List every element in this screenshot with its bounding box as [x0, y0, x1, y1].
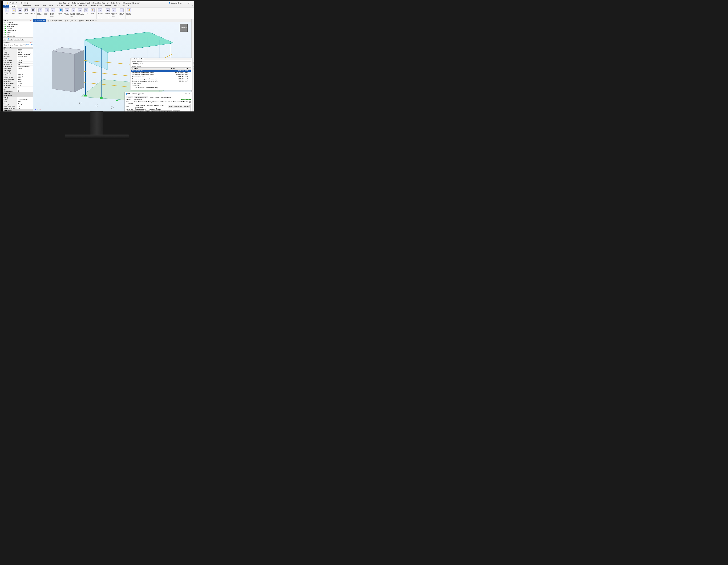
panel-dock-icon[interactable]: ▫ [29, 20, 29, 21]
save-to--button[interactable]: Save To... [151, 110, 160, 111]
panel-dock-icon[interactable]: ▫ [29, 42, 29, 43]
prop-row[interactable]: Debug [3, 97, 33, 99]
status-item[interactable]: ⊞✔Drift Checks [4, 35, 32, 37]
prop-category[interactable]: Releases [3, 109, 33, 111]
refresh-button[interactable]: Refresh [126, 96, 133, 98]
prop-row[interactable]: Simple column☐ [3, 90, 33, 92]
view-cube[interactable]: LEFT FRONT [180, 24, 188, 32]
prop-row[interactable]: Assume extra floors su...0 [3, 86, 33, 90]
minimize-icon[interactable]: − [184, 2, 187, 4]
close-icon[interactable]: ✕ [187, 93, 191, 95]
close-icon[interactable]: ✕ [191, 2, 194, 4]
prop-row[interactable]: Gravity only☐ [3, 72, 33, 74]
tool-icon[interactable]: Ho.. [10, 38, 13, 40]
table-row[interactable]: Torsion constant46348.19mm⁴ [131, 70, 191, 72]
prop-row[interactable]: SectionUC 152x152x23 [3, 99, 33, 101]
status-item[interactable]: ⊞✔Model Geometry [4, 24, 32, 26]
ribbon-help-icon[interactable]: ⓘ [190, 5, 194, 8]
panel-pin-icon[interactable]: 📌 [29, 42, 31, 43]
ribbon-tab[interactable]: HOME [9, 5, 17, 8]
ribbon-button[interactable]: 📂Open [11, 8, 17, 17]
ribbon-tab[interactable]: MODEL [33, 5, 41, 8]
tool-icon[interactable]: 🌐 [7, 38, 10, 40]
scene-content-tab[interactable]: ⊕ Scene Content [193, 60, 194, 70]
ribbon-button[interactable]: 🔑License Manager [126, 8, 132, 17]
new-force--button[interactable]: New (force) [173, 105, 183, 107]
tool-icon[interactable]: ⬚ [3, 38, 6, 40]
maximize-icon[interactable]: ☐ [184, 93, 187, 95]
ribbon-button[interactable]: ⚙Run macros [37, 8, 43, 17]
qat-button[interactable]: 📁 [6, 2, 9, 4]
ribbon-tab[interactable]: FILE [3, 5, 9, 8]
ribbon-button[interactable]: ⚙Model Settings [64, 8, 70, 17]
member-input[interactable] [138, 63, 148, 65]
panel-close-icon[interactable]: ✕ [31, 42, 32, 43]
prop-row[interactable]: GradeS355 [3, 101, 33, 103]
status-item[interactable]: ⊞✔Meshing [4, 28, 32, 29]
ribbon-button[interactable]: ⟳Check for Updates [119, 8, 125, 17]
table-row[interactable]: Minor axis second moment of area3995186.… [131, 74, 191, 76]
ribbon-tab[interactable]: WINDOWS [120, 5, 131, 8]
ribbon-tab[interactable]: DRAW [113, 5, 120, 8]
status-item[interactable]: ⊞✔Solver [4, 31, 32, 33]
panel-pin-icon[interactable]: 📌 [29, 20, 31, 21]
prop-row[interactable]: NameSC E/1 [3, 49, 33, 51]
ribbon-tab[interactable]: REPORT [103, 5, 112, 8]
ribbon-button[interactable]: 🚶Walk [90, 8, 96, 17]
ribbon-button[interactable]: 🔍Find [83, 8, 89, 17]
right-tab-strip[interactable]: ⊕ Scene Content ⊕ Trimble Connect [191, 19, 194, 111]
ribbon-button[interactable]: ✖Close [17, 8, 23, 17]
view-tab[interactable]: ◫Structure 3D [33, 19, 46, 22]
ribbon-tab[interactable]: BIM INTEGRATION [17, 5, 33, 8]
ribbon-button[interactable]: ⬡Embodied Carbon Factors [111, 8, 117, 17]
table-row[interactable]: Major axis second moment of area12490030… [131, 72, 191, 74]
ribbon-tab[interactable]: LOAD [48, 5, 55, 8]
table-row[interactable]: Shear area loaded parallel to minor axis… [131, 80, 191, 82]
ribbon-button[interactable]: ⇲Export Units [44, 8, 50, 17]
qat-button[interactable]: ↷ [18, 2, 20, 4]
prop-row[interactable]: Autodesign☐ [3, 70, 33, 72]
prop-row[interactable]: Plane [3, 57, 33, 59]
panel-close-icon[interactable]: ✕ [31, 20, 32, 21]
properties-selector[interactable]: Steel Columns Rolled: 1 ite... [3, 44, 25, 46]
view-tab[interactable]: ◫St. Base (Base) 2D [46, 19, 63, 22]
create-button[interactable]: Create [183, 105, 190, 107]
prop-row[interactable]: Base levelSt. Base (Base) [3, 55, 33, 57]
prop-category[interactable]: General [3, 47, 33, 49]
prop-row[interactable]: Rotation0.0000° [3, 74, 33, 76]
prop-row[interactable]: Top levelSt. 3.1 (Pent House) [3, 53, 33, 55]
title-field[interactable] [134, 101, 191, 103]
prop-category[interactable]: Debug [3, 92, 33, 94]
prop-row[interactable]: Face C cont. rest.No [3, 107, 33, 109]
ribbon-button[interactable]: 📘Project Wiki [58, 8, 64, 17]
save-button[interactable]: Save [145, 110, 150, 111]
ribbon-button[interactable]: ▥Manage View Configurations [77, 8, 83, 17]
qat-button[interactable]: ↶ [15, 2, 17, 4]
ribbon-button[interactable]: 📄New [4, 8, 10, 17]
prop-row[interactable]: Element typeBeam [3, 61, 33, 64]
prop-row[interactable]: Material typeSteel [3, 64, 33, 66]
status-item[interactable]: ⊞✔Validation [4, 22, 32, 24]
prop-row[interactable]: ConstructionNon-composite col... [3, 66, 33, 68]
qat-button[interactable]: H [21, 2, 23, 4]
view-tab[interactable]: ◫St. 1 (First ) 2D [63, 19, 78, 22]
prop-category[interactable]: All stacks [3, 94, 33, 97]
qat-button[interactable]: 📄 [4, 2, 6, 4]
tool-icon[interactable]: ⚙ [17, 38, 20, 40]
ribbon-button[interactable]: ⚙Settings [97, 8, 103, 17]
table-row[interactable]: Shear area loaded parallel to major axis… [131, 78, 191, 80]
close-button[interactable]: Close [127, 110, 133, 111]
tool-icon[interactable]: ⊞ [14, 38, 17, 40]
prop-row[interactable]: Major offset0.0mm [3, 80, 33, 82]
close-force--button[interactable]: Close (Force) [133, 110, 144, 111]
props-save-link[interactable]: Save... [26, 44, 31, 46]
prop-row[interactable]: GroupSCR6 [3, 51, 33, 53]
tool-icon[interactable]: ▤ [21, 38, 24, 40]
prop-row[interactable]: CharacteristicColumn [3, 59, 33, 61]
ribbon-button[interactable]: 🗐Save As [30, 8, 36, 17]
table-row[interactable]: Cross sectional area2924.54mm² [131, 76, 191, 78]
qat-button[interactable]: 🗐 [12, 2, 14, 4]
prop-row[interactable]: Rotation angle0.0000° [3, 76, 33, 78]
prop-row[interactable]: Face A cont. rest.No [3, 105, 33, 107]
ribbon-button[interactable]: ◧Materials [105, 8, 111, 17]
